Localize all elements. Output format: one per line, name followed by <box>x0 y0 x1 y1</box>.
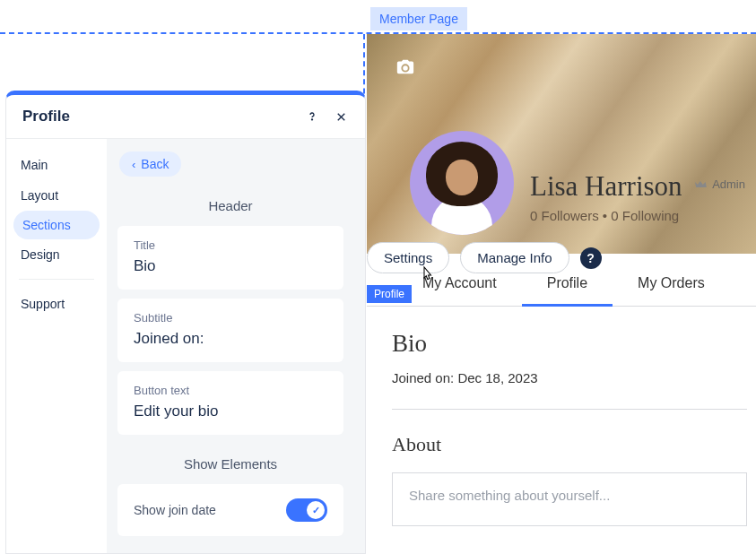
crown-icon <box>695 179 708 190</box>
bio-section: Bio Joined on: Dec 18, 2023 About Share … <box>392 330 756 554</box>
help-icon[interactable] <box>304 108 320 125</box>
display-name: Lisa Harrison <box>530 170 682 203</box>
admin-label: Admin <box>712 177 745 191</box>
subtitle-field[interactable]: Subtitle Joined on: <box>117 299 343 362</box>
profile-element-tag: Profile <box>367 285 412 303</box>
camera-icon[interactable] <box>395 57 421 82</box>
nav-design[interactable]: Design <box>6 239 107 270</box>
settings-button[interactable]: Settings <box>367 242 449 273</box>
subtitle-label: Subtitle <box>134 311 327 325</box>
chevron-left-icon: ‹ <box>132 158 135 171</box>
back-button[interactable]: ‹ Back <box>119 151 181 177</box>
section-heading-header: Header <box>107 186 354 226</box>
subtitle-value: Joined on: <box>134 330 327 348</box>
profile-settings-panel: Profile Main Layout Sections Design Supp… <box>5 91 366 554</box>
bio-heading: Bio <box>392 330 747 358</box>
tab-my[interactable]: My <box>730 263 756 306</box>
title-value: Bio <box>134 257 327 275</box>
divider <box>392 409 747 410</box>
follow-stats: 0 Followers • 0 Following <box>530 208 679 223</box>
member-page-preview: Lisa Harrison Admin 0 Followers • 0 Foll… <box>367 34 756 554</box>
panel-header: Profile <box>6 95 365 139</box>
manage-info-button[interactable]: Manage Info <box>460 242 569 273</box>
title-label: Title <box>134 238 327 252</box>
button-text-field[interactable]: Button text Edit your bio <box>117 371 343 435</box>
check-icon: ✓ <box>312 505 320 516</box>
show-join-date-row: Show join date ✓ <box>117 484 343 536</box>
joined-on-line: Joined on: Dec 18, 2023 <box>392 370 747 385</box>
button-text-value: Edit your bio <box>134 403 327 420</box>
about-input[interactable]: Share something about yourself... <box>392 472 747 526</box>
svg-point-0 <box>311 119 312 120</box>
avatar[interactable] <box>410 131 514 235</box>
cover-image: Lisa Harrison Admin 0 Followers • 0 Foll… <box>367 34 756 254</box>
panel-content: ‹ Back Header Title Bio Subtitle Joined … <box>107 139 365 553</box>
close-icon[interactable] <box>333 108 349 125</box>
back-label: Back <box>141 157 169 171</box>
about-heading: About <box>392 433 747 456</box>
help-button[interactable]: ? <box>580 247 602 269</box>
title-field[interactable]: Title Bio <box>117 226 343 290</box>
nav-layout[interactable]: Layout <box>6 180 107 211</box>
button-text-label: Button text <box>134 384 327 397</box>
nav-support[interactable]: Support <box>6 289 107 319</box>
show-join-date-toggle[interactable]: ✓ <box>286 498 327 522</box>
show-join-date-label: Show join date <box>134 503 216 517</box>
nav-sections[interactable]: Sections <box>13 211 100 239</box>
tab-my-orders[interactable]: My Orders <box>613 263 730 306</box>
nav-main[interactable]: Main <box>6 150 107 180</box>
about-placeholder-text: Share something about yourself... <box>409 488 610 503</box>
panel-title: Profile <box>22 108 291 126</box>
pointer-cursor-icon <box>419 265 435 285</box>
panel-nav: Main Layout Sections Design Support <box>6 139 107 553</box>
action-pills: Settings Manage Info ? <box>367 242 602 273</box>
member-page-tag: Member Page <box>370 7 467 30</box>
toggle-knob: ✓ <box>307 501 325 519</box>
section-heading-show-elements: Show Elements <box>107 444 354 484</box>
admin-badge: Admin <box>695 177 745 191</box>
